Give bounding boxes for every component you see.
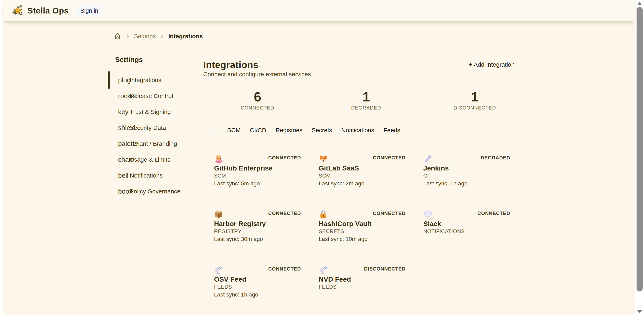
- scrollbar-thumb[interactable]: [636, 7, 642, 291]
- breadcrumb-integrations: Integrations: [168, 33, 203, 40]
- scrollbar-track[interactable]: [635, 0, 644, 315]
- integration-type: SECRETS: [319, 228, 406, 234]
- integration-last-sync: Last sync: 30m ago: [214, 236, 301, 242]
- lock-icon: [319, 210, 328, 219]
- integration-card-slack[interactable]: CONNECTED Slack NOTIFICATIONS: [419, 207, 520, 245]
- scrollbar-down-arrow[interactable]: [637, 310, 642, 313]
- page-subtitle: Connect and configure external services: [203, 71, 515, 78]
- integration-name: GitHub Enterprise: [214, 164, 301, 172]
- integration-name: Jenkins: [423, 164, 510, 172]
- tab-notifications[interactable]: Notifications: [342, 127, 374, 133]
- sidebar-item-security-data[interactable]: shield Security Data: [108, 120, 203, 136]
- stat-label: DISCONNECTED: [420, 105, 529, 111]
- integration-name: NVD Feed: [319, 275, 406, 283]
- home-icon[interactable]: [114, 32, 122, 40]
- sidebar-item-label: Release Control: [130, 93, 173, 99]
- sidebar-item-icon-word: key: [118, 108, 128, 116]
- integration-name: Harbor Registry: [214, 220, 301, 227]
- fox-icon: [319, 154, 328, 163]
- integration-type: REGISTRY: [214, 228, 301, 234]
- sidebar-item-label: Security Data: [130, 124, 166, 131]
- octopus-icon: [214, 154, 223, 163]
- sidebar-item-label: Usage & Limits: [130, 156, 170, 163]
- breadcrumb: Settings Integrations: [114, 32, 203, 40]
- stat-value: 6: [203, 90, 312, 103]
- integration-card-github-enterprise[interactable]: CONNECTED GitHub Enterprise SCM Last syn…: [210, 152, 310, 190]
- integration-card-jenkins[interactable]: DEGRADED Jenkins CI Last sync: 1h ago: [419, 152, 520, 190]
- page-title: Integrations: [203, 60, 515, 70]
- integration-card-harbor-registry[interactable]: CONNECTED Harbor Registry REGISTRY Last …: [210, 207, 310, 245]
- app-title: Stella Ops: [27, 6, 69, 16]
- integration-card-nvd-feed[interactable]: DISCONNECTED NVD Feed FEEDS: [314, 263, 415, 301]
- sidebar-item-notifications[interactable]: bell Notifications: [108, 167, 203, 183]
- integration-type: FEEDS: [214, 284, 301, 290]
- status-badge: DISCONNECTED: [364, 266, 406, 272]
- satellite-icon: [319, 265, 328, 274]
- package-icon: [214, 210, 223, 219]
- tab-secrets[interactable]: Secrets: [312, 127, 332, 133]
- integration-card-osv-feed[interactable]: CONNECTED OSV Feed FEEDS Last sync: 1h a…: [210, 263, 310, 301]
- integration-name: HashiCorp Vault: [319, 220, 406, 227]
- settings-sidebar: Settings plug Integrations rocket Releas…: [108, 56, 203, 199]
- chevron-right-icon: [160, 33, 164, 39]
- integration-type: SCM: [319, 173, 406, 179]
- integration-type: NOTIFICATIONS: [423, 228, 510, 234]
- status-badge: CONNECTED: [478, 210, 510, 216]
- sidebar-item-label: Notifications: [130, 172, 162, 179]
- sidebar-items: plug Integrations rocket Release Control…: [108, 72, 203, 199]
- category-tabs: All SCM CI/CD Registries Secrets Notific…: [203, 127, 515, 133]
- integration-type: CI: [423, 173, 510, 179]
- sidebar-item-integrations[interactable]: plug Integrations: [108, 72, 203, 88]
- sidebar-item-usage-limits[interactable]: chart Usage & Limits: [108, 152, 203, 167]
- wrench-icon: [423, 154, 432, 163]
- status-summary: 6 CONNECTED 1 DEGRADED 1 DISCONNECTED: [203, 90, 515, 111]
- top-bar: Stella Ops Sign in: [3, 0, 635, 21]
- integration-name: Slack: [423, 220, 510, 227]
- tab-all[interactable]: All: [211, 127, 218, 133]
- tab-feeds[interactable]: Feeds: [384, 127, 400, 133]
- status-badge: CONNECTED: [268, 210, 301, 216]
- satellite-icon: [214, 265, 223, 274]
- tab-ci-cd[interactable]: CI/CD: [250, 127, 266, 133]
- stat-label: CONNECTED: [203, 105, 312, 111]
- add-integration-button[interactable]: + Add Integration: [469, 61, 515, 68]
- stat-disconnected: 1 DISCONNECTED: [420, 90, 529, 111]
- integration-cards: CONNECTED GitHub Enterprise SCM Last syn…: [203, 152, 515, 301]
- integration-type: SCM: [214, 173, 301, 179]
- sidebar-title: Settings: [115, 56, 203, 64]
- integration-last-sync: Last sync: 1h ago: [214, 291, 301, 298]
- stat-value: 1: [420, 90, 529, 103]
- stat-degraded: 1 DEGRADED: [312, 90, 420, 111]
- stat-label: DEGRADED: [312, 105, 420, 111]
- integrations-page: Integrations Connect and configure exter…: [203, 60, 515, 301]
- status-badge: CONNECTED: [268, 155, 301, 161]
- integration-last-sync: Last sync: 1h ago: [423, 180, 510, 187]
- stat-value: 1: [312, 90, 420, 103]
- integration-name: OSV Feed: [214, 275, 301, 283]
- sign-in-button[interactable]: Sign in: [76, 5, 102, 16]
- sidebar-item-label: Policy Governance: [130, 188, 180, 195]
- sidebar-item-release-control[interactable]: rocket Release Control: [108, 88, 203, 104]
- integration-card-gitlab-saas[interactable]: CONNECTED GitLab SaaS SCM Last sync: 2m …: [314, 152, 415, 190]
- tab-scm[interactable]: SCM: [227, 127, 240, 133]
- sidebar-item-trust-signing[interactable]: key Trust & Signing: [108, 104, 203, 120]
- integration-last-sync: Last sync: 2m ago: [319, 180, 406, 187]
- chevron-right-icon: [126, 33, 130, 39]
- status-badge: DEGRADED: [481, 155, 510, 161]
- breadcrumb-settings[interactable]: Settings: [134, 33, 156, 40]
- integration-last-sync: Last sync: 5m ago: [214, 180, 301, 187]
- sidebar-item-policy-governance[interactable]: book Policy Governance: [108, 183, 203, 199]
- sidebar-item-icon-word: bell: [118, 172, 128, 179]
- integration-card-hashicorp-vault[interactable]: CONNECTED HashiCorp Vault SECRETS Last s…: [314, 207, 415, 245]
- scrollbar-up-arrow[interactable]: [637, 2, 642, 5]
- app-background: Stella Ops Sign in Settings Integrations…: [3, 0, 635, 315]
- sidebar-item-label: Integrations: [130, 77, 161, 84]
- sidebar-item-label: Tenant / Branding: [130, 140, 177, 147]
- status-badge: CONNECTED: [373, 155, 406, 161]
- sidebar-item-tenant-branding[interactable]: palette Tenant / Branding: [108, 136, 203, 152]
- stella-ops-logo-icon: [12, 5, 24, 17]
- sidebar-item-label: Trust & Signing: [130, 109, 171, 115]
- tab-registries[interactable]: Registries: [276, 127, 302, 133]
- sidebar-item-icon-word: plug: [118, 76, 130, 84]
- integration-name: GitLab SaaS: [319, 164, 406, 172]
